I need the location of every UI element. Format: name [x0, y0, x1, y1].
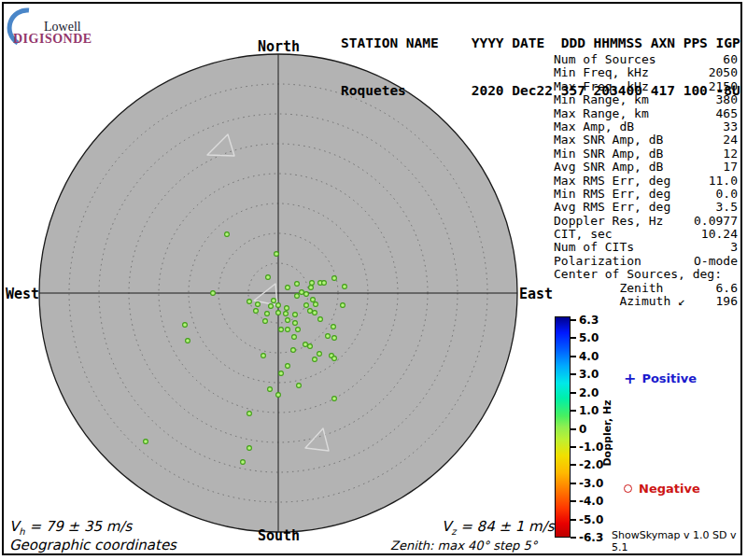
source-dot [322, 281, 327, 286]
parameter-label: Zenith [554, 282, 663, 295]
colorbar-tick: 3.0 [571, 367, 599, 382]
parameter-value: 60 [723, 53, 738, 66]
source-dot [331, 325, 336, 329]
source-dot [279, 371, 284, 376]
source-dot [304, 303, 309, 308]
colorbar-tick: -6.3 [571, 530, 603, 545]
parameter-value: 17 [723, 161, 738, 174]
source-dot [318, 317, 323, 322]
source-dot [304, 292, 309, 297]
colorbar-axis-label: Doppler, Hz [601, 396, 614, 470]
source-dot [225, 232, 230, 237]
parameter-value: 33 [723, 120, 738, 133]
legend-negative: Negative [624, 482, 700, 496]
source-dot [309, 286, 314, 290]
parameter-label: Doppler Res, Hz [554, 215, 663, 228]
parameter-row: Max Freq, kHz2150 [554, 80, 738, 93]
parameter-value: 0.0 [716, 188, 738, 201]
source-dot [292, 335, 297, 340]
colorbar-tick: -2.0 [571, 457, 603, 472]
parameter-value: 3.5 [716, 201, 738, 214]
source-dot [268, 387, 273, 392]
compass-north-label: North [258, 38, 300, 55]
source-dot [303, 343, 308, 347]
parameter-label: Polarization [554, 255, 641, 268]
source-dot [265, 312, 270, 316]
source-dot [293, 321, 298, 326]
parameter-label: Min Freq, kHz [554, 66, 649, 79]
source-dot [186, 339, 190, 343]
parameter-value: 196 [716, 295, 738, 308]
source-dot [332, 276, 337, 281]
parameter-row: Max Range, km465 [554, 107, 738, 120]
showskymap-window: Lowell DIGISONDE STATION NAME YYYY DATE … [0, 0, 747, 560]
compass-west-label: West [6, 286, 39, 302]
parameter-value: O-mode [694, 255, 738, 268]
parameter-row: Doppler Res, Hz0.0977 [554, 215, 738, 228]
colorbar-tick: 2.0 [571, 385, 599, 400]
parameter-label: Max Freq, kHz [554, 80, 649, 93]
source-dot [332, 336, 337, 341]
parameter-label: Avg RMS Err, deg [554, 201, 670, 214]
parameter-value: 3 [730, 241, 738, 254]
source-dot [275, 252, 279, 257]
source-dot [286, 318, 290, 323]
parameter-row: Num of Sources60 [554, 53, 738, 66]
source-dot [247, 446, 252, 451]
parameter-value: 24 [723, 133, 738, 147]
parameter-value: 6.6 [716, 282, 738, 295]
source-dot [254, 309, 259, 314]
colorbar-tick: 0 [571, 422, 586, 437]
source-dot [293, 313, 298, 317]
legend-negative-label: Negative [639, 482, 700, 496]
parameter-row: PolarizationO-mode [554, 255, 738, 268]
vertical-velocity-readout: Vz = 84 ± 1 m/s [442, 518, 555, 537]
source-dot [276, 311, 281, 315]
source-dot [279, 328, 284, 332]
parameter-label: Min Range, km [554, 93, 649, 106]
source-dot [341, 303, 345, 308]
source-dot [296, 328, 301, 332]
source-dot [183, 323, 188, 328]
parameter-label: Max Amp, dB [554, 120, 634, 133]
parameter-row: Min RMS Err, deg0.0 [554, 188, 738, 201]
parameter-row: Min Freq, kHz2050 [554, 66, 738, 79]
parameter-row: Azimuth ↙196 [554, 295, 738, 308]
colorbar-tick: -4.0 [571, 494, 603, 509]
source-dot [297, 384, 302, 388]
parameter-value: 10.24 [701, 228, 738, 241]
parameter-label: CIT, sec [554, 228, 613, 241]
parameter-value: 380 [716, 93, 738, 106]
parameter-value: 12 [723, 147, 738, 161]
parameter-label: Min RMS Err, deg [554, 188, 670, 201]
source-dot [310, 281, 315, 286]
coordinates-note: Geographic coordinates [9, 537, 176, 553]
colorbar-tick: -3.0 [571, 476, 603, 491]
colorbar-tick: -1.0 [571, 440, 603, 455]
legend-positive: + Positive [624, 370, 697, 387]
colorbar-tick: 5.0 [571, 330, 599, 345]
source-dot [286, 328, 290, 332]
source-dot [332, 357, 337, 361]
parameter-row: Avg SNR Amp, dB17 [554, 161, 738, 174]
source-dot [285, 306, 289, 311]
measurement-parameter-list: Num of Sources60Min Freq, kHz2050Max Fre… [554, 53, 738, 308]
parameter-value: 2050 [709, 66, 738, 79]
parameter-row: Avg RMS Err, deg3.5 [554, 201, 738, 214]
source-dot [247, 412, 252, 416]
parameter-value: 0.0977 [694, 215, 738, 228]
source-dot [332, 397, 337, 401]
parameter-row: CIT, sec10.24 [554, 228, 738, 241]
source-dot [284, 312, 289, 316]
parameter-label: Max Range, km [554, 107, 649, 120]
parameter-value: 465 [716, 107, 738, 120]
legend-positive-label: Positive [641, 371, 697, 385]
parameter-label: Azimuth ↙ [554, 295, 685, 308]
source-dot [211, 291, 216, 296]
doppler-colorbar [555, 316, 571, 538]
parameter-label: Max RMS Err, deg [554, 175, 670, 188]
circle-icon [624, 484, 632, 493]
source-dot [276, 303, 281, 308]
source-dot [286, 286, 290, 290]
source-dot [308, 309, 313, 314]
